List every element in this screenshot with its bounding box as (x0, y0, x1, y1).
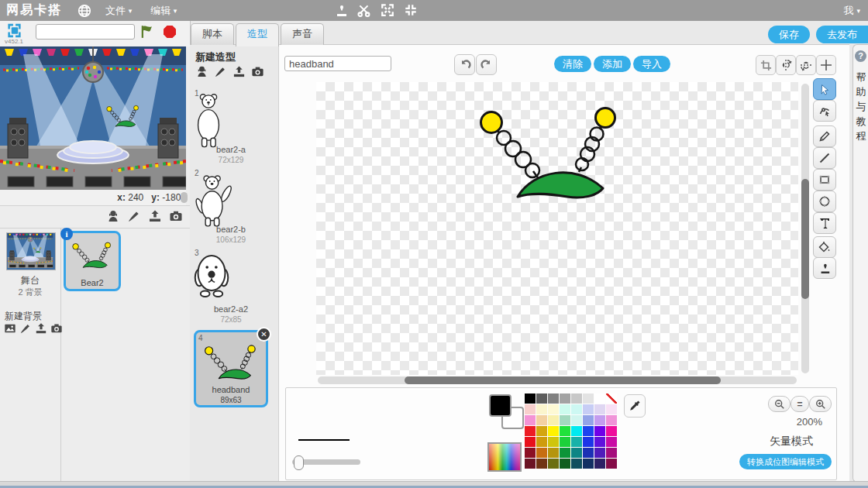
paint-backdrop-icon[interactable] (19, 322, 32, 335)
palette-color[interactable] (583, 437, 594, 447)
palette-color[interactable] (583, 426, 594, 436)
palette-color[interactable] (594, 404, 605, 414)
eyedropper-icon[interactable] (624, 394, 646, 418)
zoom-in-button[interactable] (809, 396, 832, 412)
tool-pencil[interactable] (813, 125, 836, 147)
palette-color[interactable] (583, 448, 594, 458)
palette-color[interactable] (583, 393, 594, 404)
foreground-color-swatch[interactable] (489, 394, 512, 417)
palette-color[interactable] (536, 415, 547, 425)
palette-color[interactable] (571, 448, 582, 458)
flip-vertical-icon[interactable] (796, 55, 816, 75)
palette-color[interactable] (583, 415, 594, 425)
delete-scissors-icon[interactable] (357, 3, 371, 17)
palette-color[interactable] (536, 426, 547, 436)
palette-color[interactable] (594, 415, 605, 425)
stage-thumbnail[interactable] (6, 232, 56, 270)
palette-color[interactable] (525, 459, 536, 469)
palette-color[interactable] (606, 448, 617, 458)
canvas-horizontal-scrollbar[interactable] (318, 376, 797, 384)
palette-color[interactable] (606, 415, 617, 425)
costume-item-2[interactable]: 2 bear2-b 106x129 (192, 167, 270, 245)
camera-costume-icon[interactable] (251, 65, 264, 78)
green-flag-icon[interactable] (140, 24, 155, 39)
upload-backdrop-icon[interactable] (35, 322, 47, 335)
palette-color[interactable] (536, 448, 547, 458)
stage-canvas[interactable] (0, 46, 186, 190)
palette-color[interactable] (548, 437, 559, 447)
palette-color[interactable] (571, 437, 582, 447)
crop-icon[interactable] (756, 55, 776, 75)
tool-select[interactable] (813, 78, 836, 100)
palette-color[interactable] (525, 426, 536, 436)
palette-color[interactable] (525, 404, 536, 414)
rainbow-color-picker[interactable] (487, 442, 522, 472)
palette-color[interactable] (548, 448, 559, 458)
palette-color[interactable] (536, 393, 547, 404)
palette-color[interactable] (560, 437, 570, 447)
help-question-icon[interactable]: ? (855, 50, 866, 62)
palette-color[interactable] (536, 459, 547, 469)
palette-color[interactable] (571, 459, 582, 469)
zoom-out-button[interactable] (768, 396, 790, 412)
tool-rectangle[interactable] (813, 169, 836, 191)
new-sprite-library-icon[interactable] (106, 209, 121, 224)
set-costume-center-icon[interactable] (816, 55, 836, 75)
palette-color[interactable] (571, 426, 582, 436)
palette-color[interactable] (594, 459, 605, 469)
grow-sprite-icon[interactable] (381, 3, 394, 17)
drawing-canvas[interactable] (316, 82, 798, 375)
palette-color[interactable] (606, 426, 617, 436)
palette-color[interactable] (606, 393, 617, 404)
palette-color[interactable] (594, 426, 605, 436)
redo-button[interactable] (476, 54, 497, 75)
palette-color[interactable] (560, 415, 570, 425)
tool-ellipse[interactable] (813, 191, 836, 212)
import-button[interactable]: 导入 (633, 56, 670, 72)
palette-color[interactable] (606, 404, 617, 414)
palette-color[interactable] (560, 393, 570, 404)
convert-to-bitmap-button[interactable]: 转换成位图编辑模式 (739, 454, 832, 469)
project-name-input[interactable] (36, 24, 135, 40)
palette-color[interactable] (525, 415, 536, 425)
palette-color[interactable] (560, 426, 570, 436)
palette-color[interactable] (606, 437, 617, 447)
costume-name-input[interactable] (284, 56, 391, 71)
palette-color[interactable] (525, 437, 536, 447)
paint-new-sprite-icon[interactable] (127, 209, 142, 224)
help-panel-collapsed[interactable]: ? 帮助与教程 (852, 44, 868, 483)
add-button[interactable]: 添加 (594, 56, 631, 72)
palette-color[interactable] (571, 415, 582, 425)
language-globe-icon[interactable] (78, 4, 91, 18)
tab-scripts[interactable]: 脚本 (191, 23, 234, 45)
palette-color[interactable] (594, 393, 605, 404)
menu-file[interactable]: 文件 ▾ (105, 4, 132, 18)
shrink-sprite-icon[interactable] (404, 3, 418, 17)
palette-color[interactable] (548, 393, 559, 404)
stop-icon[interactable] (163, 25, 177, 39)
camera-backdrop-icon[interactable] (50, 322, 63, 335)
duplicate-stamp-icon[interactable] (334, 3, 348, 17)
stroke-width-slider[interactable] (292, 459, 360, 465)
undo-button[interactable] (454, 54, 475, 75)
camera-sprite-icon[interactable] (169, 209, 184, 224)
scrollbar-thumb[interactable] (801, 179, 809, 299)
zoom-reset-button[interactable]: = (790, 396, 809, 412)
palette-color[interactable] (560, 459, 570, 469)
sprite-info-icon[interactable]: i (60, 228, 73, 240)
costume-item-3[interactable]: 3 bear2-a2 72x85 (192, 247, 270, 325)
palette-color[interactable] (536, 404, 547, 414)
palette-color[interactable] (536, 437, 547, 447)
tab-costumes[interactable]: 造型 (236, 23, 279, 46)
upload-costume-icon[interactable] (232, 65, 246, 78)
headband-artwork[interactable] (465, 94, 636, 210)
palette-color[interactable] (594, 437, 605, 447)
costume-item-1[interactable]: 1 bear2-a 72x129 (192, 88, 270, 165)
user-menu[interactable]: 我 ▾ (844, 4, 860, 18)
sprite-item-bear2[interactable]: i Bear2 (64, 231, 121, 291)
tool-line[interactable] (813, 147, 836, 169)
publish-button[interactable]: 去发布 (816, 26, 868, 43)
palette-color[interactable] (606, 459, 617, 469)
palette-color[interactable] (548, 426, 559, 436)
fullscreen-icon[interactable] (6, 23, 22, 38)
